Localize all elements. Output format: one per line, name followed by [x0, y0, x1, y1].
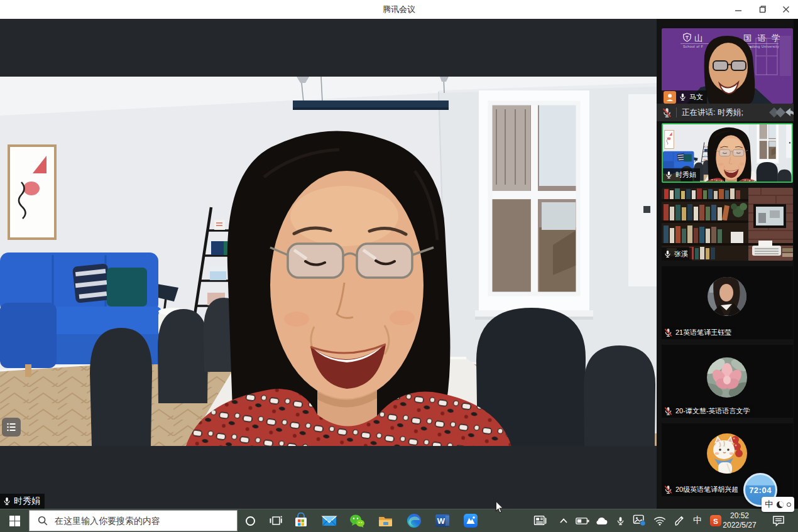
ime-status-bar[interactable]: 中	[762, 497, 794, 512]
mic-on-icon	[664, 250, 672, 258]
mic-on-icon	[665, 171, 673, 179]
timer-value: 72:04	[749, 486, 772, 495]
mic-muted-icon	[664, 406, 673, 416]
wifi-icon	[653, 516, 666, 526]
edge-icon	[406, 513, 422, 529]
speaking-status-banner: 正在讲话: 时秀娟;	[657, 104, 798, 121]
tray-photos[interactable]	[630, 509, 650, 532]
chevron-up-icon	[559, 518, 568, 524]
mic-on-icon	[679, 93, 687, 101]
participant-tile-tanwenhui[interactable]: 20-谭文慧-英语语言文学	[662, 345, 793, 418]
tray-wifi[interactable]	[650, 509, 670, 532]
tray-hidden-icons-chevron[interactable]	[555, 509, 572, 532]
word-glyph: W	[437, 516, 445, 526]
taskbar-search[interactable]	[29, 510, 238, 531]
taskbar-app-edge[interactable]	[400, 509, 428, 532]
windows-logo-icon	[9, 516, 20, 526]
clock-date: 2022/5/27	[715, 521, 764, 530]
participant-tile-shixiujuan[interactable]: 时秀娟	[662, 123, 793, 183]
search-icon	[37, 515, 48, 526]
start-button[interactable]	[0, 509, 29, 532]
sidebar-scrollbar[interactable]	[794, 19, 798, 509]
participant-tile-zhangxi[interactable]: 张溪	[662, 188, 793, 261]
tray-ime-mode[interactable]: 中	[689, 509, 706, 532]
clock-time: 20:52	[715, 511, 764, 521]
action-center-button[interactable]	[768, 509, 789, 532]
cortana-button[interactable]	[238, 509, 263, 532]
banner-action-icons[interactable]	[765, 106, 794, 119]
titlebar: 腾讯会议	[0, 0, 798, 19]
tray-clock[interactable]: 20:52 2022/5/27	[715, 511, 764, 530]
task-view-icon	[269, 514, 283, 527]
mic-on-icon	[3, 497, 11, 506]
participant-tile-mawen[interactable]: 山 国 语 学 院 School of F andong University	[662, 28, 793, 104]
cortana-icon	[245, 516, 256, 526]
participant-name: 20-谭文慧-英语语言文学	[675, 406, 750, 416]
ime-mode-label: 中	[765, 499, 773, 510]
word-icon: W	[434, 513, 451, 529]
tencent-meeting-window: 腾讯会议	[0, 0, 798, 532]
divider	[676, 107, 677, 117]
pen-icon	[674, 515, 685, 526]
search-input[interactable]	[53, 515, 237, 526]
cloud-icon	[594, 516, 608, 526]
tray-battery[interactable]	[573, 509, 592, 532]
news-icon	[533, 515, 547, 526]
main-speaker-name: 时秀娟	[14, 496, 40, 507]
participant-name: 20级英语笔译胡兴超	[675, 485, 738, 494]
maximize-button[interactable]	[750, 0, 774, 19]
task-view-button[interactable]	[263, 509, 289, 532]
microsoft-store-icon	[293, 513, 309, 529]
mic-muted-icon	[664, 328, 673, 337]
ime-tray-label: 中	[693, 515, 702, 526]
tray-microphone[interactable]	[611, 509, 630, 532]
maximize-icon	[758, 6, 766, 13]
tray-onedrive[interactable]	[592, 509, 611, 532]
participant-name: 时秀娟	[675, 170, 696, 180]
file-explorer-icon	[377, 513, 394, 529]
participant-name: 张溪	[674, 249, 688, 259]
host-badge-icon	[664, 91, 676, 104]
mail-icon	[321, 513, 337, 529]
participant-name: 21英语笔译王钰莹	[675, 328, 731, 337]
photos-icon	[633, 514, 647, 527]
window-title: 腾讯会议	[0, 0, 798, 19]
close-icon	[782, 6, 790, 13]
tray-news-button[interactable]	[529, 509, 552, 532]
participants-sidebar: 山 国 语 学 院 School of F andong University	[657, 19, 798, 509]
windows-taskbar: W	[0, 509, 798, 532]
participant-name: 马文	[689, 92, 703, 102]
main-stage[interactable]: 时秀娟	[0, 19, 657, 509]
mic-muted-icon	[662, 107, 672, 118]
taskbar-app-tencent-meeting[interactable]	[456, 509, 484, 532]
taskbar-app-word[interactable]: W	[428, 509, 456, 532]
mic-tray-icon	[616, 516, 625, 526]
minimize-icon	[735, 6, 742, 13]
taskbar-app-store[interactable]	[287, 509, 315, 532]
participant-tile-wangyuying[interactable]: 21英语笔译王钰莹	[662, 266, 793, 339]
taskbar-app-mail[interactable]	[315, 509, 343, 532]
close-button[interactable]	[774, 0, 798, 19]
main-video-feed	[0, 77, 657, 446]
meeting-area: 时秀娟 山 国 语 学 院	[0, 19, 798, 509]
battery-icon	[576, 517, 589, 525]
tencent-meeting-icon	[462, 513, 479, 529]
action-center-icon	[772, 515, 785, 526]
ime-punctuation-icon[interactable]	[787, 502, 791, 507]
main-speaker-nametag: 时秀娟	[0, 494, 45, 509]
tray-windows-ink-pen[interactable]	[670, 509, 689, 532]
layout-toggle-button[interactable]	[2, 418, 21, 437]
taskbar-app-file-explorer[interactable]	[371, 509, 400, 532]
wechat-icon	[349, 513, 366, 529]
ime-fullwidth-moon-icon[interactable]	[777, 501, 784, 508]
minimize-button[interactable]	[726, 0, 750, 19]
list-layout-icon	[6, 422, 16, 432]
taskbar-app-wechat[interactable]	[343, 509, 371, 532]
speaking-status-text: 正在讲话: 时秀娟;	[682, 107, 743, 118]
mic-muted-icon	[664, 485, 673, 494]
